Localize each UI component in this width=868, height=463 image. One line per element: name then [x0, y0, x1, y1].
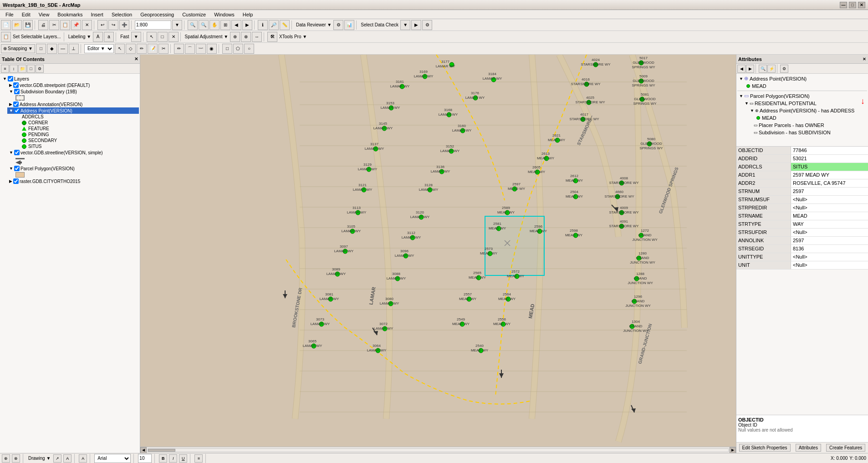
attr-row-strtype[interactable]: STRTYPE WAY [736, 220, 868, 229]
scale-input[interactable] [135, 20, 171, 30]
attr-options-button[interactable]: ⚙ [780, 65, 788, 73]
attr-row-strsufdir[interactable]: STRSUFDIR <Null> [736, 229, 868, 237]
toc-selection-view[interactable]: □ [27, 65, 35, 73]
redo-button[interactable]: ↪ [108, 20, 118, 30]
copy-button[interactable]: 📋 [60, 20, 70, 30]
scroll-thumb[interactable] [148, 449, 175, 452]
streetline-checkbox[interactable] [14, 150, 20, 155]
expand-tree-parcel[interactable]: ▼ [739, 94, 743, 98]
delete-button[interactable]: ✕ [82, 20, 92, 30]
menu-view[interactable]: View [35, 11, 53, 18]
attr-flash-button[interactable]: ⚡ [767, 65, 776, 73]
measure-button[interactable]: 📏 [280, 20, 290, 30]
menu-geoprocessing[interactable]: Geoprocessing [137, 11, 178, 18]
pan-button[interactable]: ✋ [209, 20, 220, 30]
toc-source[interactable]: 📁 [18, 65, 26, 73]
attr-row-addrcls[interactable]: ADDRCLS SITUS [736, 163, 868, 171]
toc-layers-group[interactable]: ▼ Layers [1, 76, 139, 82]
toc-situs[interactable]: SITUS [20, 143, 139, 149]
select-by-poly[interactable]: ⬠ [233, 44, 243, 54]
sa-button2[interactable]: ⊗ [241, 32, 251, 42]
menu-bookmarks[interactable]: Bookmarks [54, 11, 86, 18]
edit-sketch-button[interactable]: ✏ [137, 44, 147, 54]
attr-row-strpredir[interactable]: STRPREDIR <Null> [736, 204, 868, 212]
edit-split-button[interactable]: ✂ [158, 44, 168, 54]
attr-row-objectid[interactable]: OBJECTID 77846 [736, 147, 868, 155]
print-button[interactable]: 🖨 [38, 20, 48, 30]
snap-toggle[interactable]: □ [36, 44, 46, 54]
attr-row-strnum[interactable]: STRNUM 2597 [736, 188, 868, 196]
sa-button3[interactable]: ↔ [252, 32, 262, 42]
attr-row-addr1[interactable]: ADDR1 2597 MEAD WY [736, 171, 868, 179]
edit-tool-button[interactable]: ↖ [115, 44, 125, 54]
streetpoint-checkbox[interactable] [13, 82, 19, 88]
snap-edge[interactable]: — [58, 44, 68, 54]
close-button[interactable]: ✕ [858, 2, 865, 8]
tree-has-address[interactable]: ▼ ⊕ Address Point(VERSION) - has ADDRESS [737, 107, 867, 114]
attributes-button[interactable]: Attributes [796, 444, 821, 452]
expand-annotation[interactable]: ▶ [9, 102, 12, 107]
font-select[interactable]: Arial [94, 454, 131, 463]
menu-customize[interactable]: Customize [179, 11, 209, 18]
menu-help[interactable]: Help [239, 11, 257, 18]
bold-button[interactable]: B [159, 454, 167, 463]
subdivision-checkbox[interactable] [14, 89, 20, 94]
check-options-button[interactable]: ⚙ [422, 20, 432, 30]
scale-dropdown[interactable]: ▼ [172, 20, 182, 30]
sketch-tool[interactable]: ✏ [174, 44, 184, 54]
dr-button2[interactable]: 📊 [344, 20, 354, 30]
toc-subdivision[interactable]: ▼ Subdivision Boundary (19B) [7, 88, 139, 95]
scroll-track[interactable] [148, 448, 729, 452]
toc-address-point[interactable]: ▼ Address Point(VERSION) [7, 107, 139, 114]
minimize-button[interactable]: — [840, 2, 847, 8]
toc-secondary[interactable]: SECONDARY [20, 137, 139, 143]
toc-pending[interactable]: PENDING [20, 132, 139, 137]
expand-address-point[interactable]: ▼ [9, 108, 13, 113]
add-data-button[interactable]: ➕ [119, 20, 129, 30]
attr-row-strname[interactable]: STRNAME MEAD [736, 212, 868, 220]
status-btn2[interactable]: ⊗ [12, 454, 20, 463]
toc-close-button[interactable]: ✕ [134, 56, 138, 61]
attr-row-unit[interactable]: UNIT <Null> [736, 261, 868, 270]
expand-raster[interactable]: ▶ [9, 179, 12, 183]
expand-subdivision[interactable]: ▼ [9, 89, 13, 94]
tree-residential[interactable]: ▼ ▭ RESIDENTIAL POTENTIAL [737, 100, 867, 107]
attr-row-addr2[interactable]: ADDR2 ROSEVILLE, CA 95747 [736, 179, 868, 188]
set-selectable-layers-button[interactable]: 📋 [1, 32, 11, 42]
map-scrollbar-h[interactable]: ◀ ▶ [140, 447, 736, 453]
identify-button[interactable]: ℹ [258, 20, 268, 30]
freehand-tool[interactable]: 〰 [196, 44, 206, 54]
label-button1[interactable]: A [93, 32, 103, 42]
zoom-out-button[interactable]: 🔍 [199, 20, 209, 30]
attr-close-button[interactable]: ✕ [863, 57, 866, 61]
tree-placer-parcels[interactable]: ▭ Placer Parcels - has OWNER [737, 122, 867, 129]
attr-zoom-button[interactable]: 🔍 [759, 65, 767, 73]
drawing-btn1[interactable]: ↗ [53, 454, 61, 463]
attr-forward-button[interactable]: ▶ [746, 65, 754, 73]
find-button[interactable]: 🔎 [269, 20, 279, 30]
snap-end[interactable]: ⊥ [69, 44, 79, 54]
edit-attributes-button[interactable]: 📝 [148, 44, 158, 54]
toc-options[interactable]: ⚙ [36, 65, 44, 73]
scroll-left[interactable]: ◀ [140, 447, 147, 453]
font-size-input[interactable] [138, 454, 152, 463]
select-by-lasso[interactable]: ○ [244, 44, 254, 54]
tree-subdivision[interactable]: ▭ Subdivision - has SUBDIVISION [737, 129, 867, 136]
italic-button[interactable]: I [169, 454, 177, 463]
full-extent-button[interactable]: ⊞ [220, 20, 230, 30]
create-features-button[interactable]: Create Features [826, 444, 865, 452]
attr-back-button[interactable]: ◀ [737, 65, 745, 73]
scroll-right[interactable]: ▶ [730, 447, 736, 453]
undo-button[interactable]: ↩ [97, 20, 107, 30]
toc-corner[interactable]: CORNER [20, 120, 139, 126]
menu-file[interactable]: File [2, 11, 17, 18]
expand-parcel[interactable]: ▼ [9, 166, 13, 171]
select-features-button[interactable]: □ [158, 32, 168, 42]
select-by-rect[interactable]: □ [222, 44, 232, 54]
xtools-button[interactable]: 🛠 [267, 32, 277, 42]
zoom-in-button[interactable]: 🔍 [188, 20, 198, 30]
address-point-checkbox[interactable] [14, 108, 20, 113]
menu-edit[interactable]: Edit [18, 11, 34, 18]
new-button[interactable]: 📄 [1, 20, 11, 30]
attr-row-unittype[interactable]: UNITTYPE <Null> [736, 253, 868, 261]
